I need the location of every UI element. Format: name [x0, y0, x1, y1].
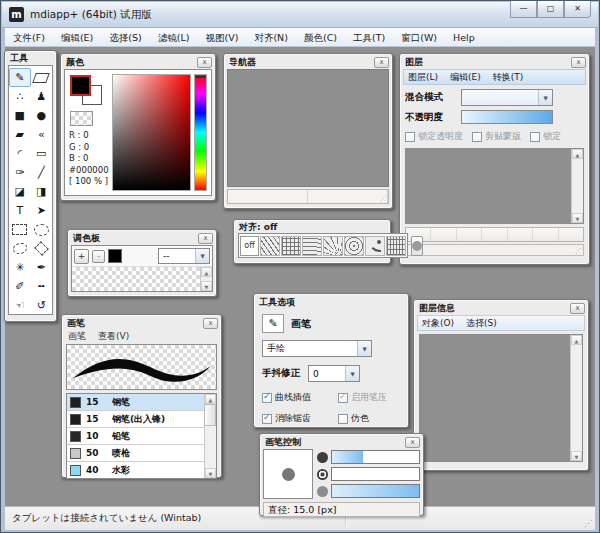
- resize-grip-icon[interactable]: ⋰: [584, 519, 592, 528]
- knob-button[interactable]: [317, 486, 328, 497]
- foreground-color-swatch[interactable]: [70, 75, 91, 96]
- titlebar[interactable]: m mdiapp+ (64bit) 试用版: [2, 2, 598, 28]
- tool-move[interactable]: ➤: [31, 201, 53, 220]
- tool-select-pen[interactable]: ✒: [31, 258, 53, 277]
- menu-view[interactable]: 视图(V): [197, 28, 246, 47]
- palette-swatch-area[interactable]: ▲ ▼: [72, 267, 212, 291]
- align-settings-button[interactable]: [411, 236, 423, 256]
- menu-help[interactable]: Help: [445, 28, 483, 47]
- lock-alpha-checkbox[interactable]: ✓ 锁定透明度: [405, 130, 463, 143]
- layers-list[interactable]: ▲ ▼: [405, 148, 584, 224]
- scrollbar-thumb[interactable]: [204, 404, 216, 426]
- tool-stamp[interactable]: ♟: [31, 87, 53, 106]
- brush-menu-view[interactable]: 查看(V): [98, 330, 129, 343]
- close-icon[interactable]: x: [197, 57, 212, 68]
- align-pattern-parallel[interactable]: [260, 236, 280, 256]
- layer-info-scrollbar[interactable]: ▲ ▼: [570, 335, 582, 461]
- brush-row[interactable]: 15 钢笔(出入锋): [67, 411, 204, 428]
- knob-button[interactable]: [317, 452, 328, 463]
- antialias-checkbox[interactable]: ✓ 消除锯齿: [262, 412, 338, 425]
- remove-color-button[interactable]: -: [92, 250, 105, 263]
- tool-fill-polygon[interactable]: ▰: [9, 125, 31, 144]
- close-button[interactable]: ✕: [564, 1, 591, 18]
- draw-mode-dropdown[interactable]: 手绘 ▼: [262, 340, 372, 357]
- lock-checkbox[interactable]: ✓ 锁定: [530, 130, 561, 143]
- pen-pressure-checkbox[interactable]: ✓ 启用笔压: [338, 391, 400, 404]
- layers-menu-layer[interactable]: 图层(L): [408, 71, 438, 84]
- layerinfo-menu-object[interactable]: 对象(O): [422, 317, 454, 330]
- transparent-swatch[interactable]: [70, 111, 93, 126]
- layer-info-list[interactable]: ▲ ▼: [419, 334, 583, 462]
- tool-fill-ellipse[interactable]: ●: [31, 106, 53, 125]
- menu-edit[interactable]: 编辑(E): [53, 28, 101, 47]
- scroll-up-icon[interactable]: ▲: [572, 149, 583, 159]
- layers-menu-convert[interactable]: 转换(T): [493, 71, 524, 84]
- opacity-slider[interactable]: [461, 110, 553, 124]
- panel-titlebar[interactable]: 图层信息 x: [414, 300, 588, 315]
- palette-current-swatch[interactable]: [108, 249, 122, 263]
- menu-file[interactable]: 文件(F): [5, 28, 53, 47]
- align-pattern-radial[interactable]: [323, 236, 343, 256]
- brush-row[interactable]: 40 水彩: [67, 462, 204, 479]
- palette-scrollbar[interactable]: ▲ ▼: [200, 267, 212, 291]
- layer-action-button[interactable]: [457, 228, 482, 241]
- close-icon[interactable]: x: [405, 437, 420, 448]
- align-pattern-curve[interactable]: [365, 236, 385, 256]
- close-icon[interactable]: x: [203, 318, 218, 329]
- brush-size-slider[interactable]: [331, 450, 420, 464]
- panel-titlebar[interactable]: 工具: [5, 51, 56, 65]
- pen-icon[interactable]: ✎: [262, 314, 284, 333]
- panel-titlebar[interactable]: 对齐: off: [234, 220, 390, 233]
- maximize-button[interactable]: □: [537, 1, 564, 18]
- tool-text[interactable]: T: [9, 201, 31, 220]
- align-pattern-grid[interactable]: [281, 236, 301, 256]
- tool-select-polygon[interactable]: [31, 239, 53, 258]
- close-icon[interactable]: x: [374, 57, 389, 68]
- hue-slider[interactable]: [194, 74, 207, 191]
- tool-select-rect[interactable]: [9, 220, 31, 239]
- tool-bucket[interactable]: ◪: [9, 182, 31, 201]
- close-icon[interactable]: x: [570, 303, 585, 314]
- layerinfo-menu-select[interactable]: 选择(S): [466, 317, 497, 330]
- blend-mode-dropdown[interactable]: ▼: [461, 89, 553, 106]
- tool-rect[interactable]: ▭: [31, 144, 53, 163]
- menu-color[interactable]: 颜色(C): [296, 28, 345, 47]
- scroll-up-icon[interactable]: ▲: [205, 394, 216, 404]
- menu-window[interactable]: 窗口(W): [393, 28, 445, 47]
- menu-select[interactable]: 选择(S): [101, 28, 149, 47]
- panel-titlebar[interactable]: 画笔控制 x: [260, 434, 423, 449]
- align-pattern-horizontal[interactable]: [302, 236, 322, 256]
- align-pattern-concentric[interactable]: [344, 236, 364, 256]
- layer-action-button[interactable]: [508, 228, 533, 241]
- saturation-value-picker[interactable]: [112, 74, 191, 191]
- layer-action-button[interactable]: [482, 228, 507, 241]
- menu-filter[interactable]: 滤镜(L): [150, 28, 198, 47]
- add-color-button[interactable]: +: [74, 249, 89, 264]
- palette-set-dropdown[interactable]: -- ▼: [158, 248, 210, 264]
- tool-gradient[interactable]: ◨: [31, 182, 53, 201]
- brush-density-slider[interactable]: [331, 484, 420, 498]
- close-icon[interactable]: x: [571, 57, 586, 68]
- tool-curve[interactable]: ◜: [9, 144, 31, 163]
- stabilization-dropdown[interactable]: 0 ▼: [308, 365, 360, 382]
- brush-row[interactable]: 10 铅笔: [67, 428, 204, 445]
- panel-titlebar[interactable]: 图层 x: [400, 54, 589, 69]
- menu-tool[interactable]: 工具(T): [345, 28, 393, 47]
- tool-magic-wand[interactable]: ✳: [9, 258, 31, 277]
- align-pattern-perspective[interactable]: [386, 236, 406, 256]
- tool-pen[interactable]: ✎: [9, 68, 31, 87]
- panel-titlebar[interactable]: 导航器 x: [224, 54, 392, 69]
- align-off-button[interactable]: off: [240, 236, 259, 256]
- panel-titlebar[interactable]: 颜色 x: [61, 54, 215, 69]
- scroll-down-icon[interactable]: ▼: [201, 281, 212, 291]
- panel-titlebar[interactable]: 调色板 x: [68, 230, 216, 245]
- dither-checkbox[interactable]: ✓ 仿色: [338, 412, 400, 425]
- panel-titlebar[interactable]: 画笔 x: [62, 315, 221, 330]
- tool-eraser[interactable]: [31, 68, 53, 87]
- layer-action-button[interactable]: [559, 228, 583, 241]
- panel-titlebar[interactable]: 工具选项: [254, 294, 408, 309]
- brush-row[interactable]: 15 钢笔: [67, 394, 204, 411]
- tool-eyedropper[interactable]: ✐: [9, 277, 31, 296]
- layers-scrollbar[interactable]: ▲ ▼: [571, 149, 583, 223]
- tool-ruler[interactable]: ╍: [31, 277, 53, 296]
